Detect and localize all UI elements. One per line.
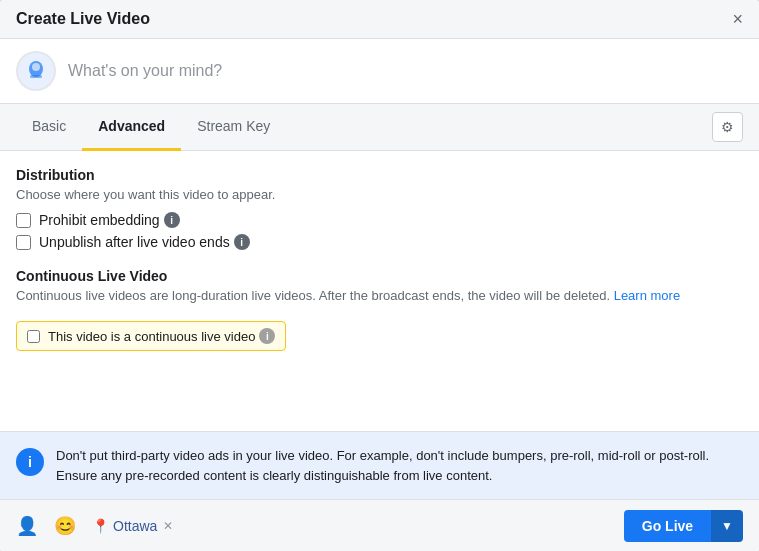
modal-title: Create Live Video (16, 10, 150, 28)
person-icon[interactable]: 👤 (16, 515, 38, 537)
go-live-button[interactable]: Go Live (624, 510, 711, 542)
tabs-row: Basic Advanced Stream Key ⚙ (0, 104, 759, 151)
emoji-icon[interactable]: 😊 (54, 515, 76, 537)
continuous-checkbox-container: This video is a continuous live video i (16, 321, 286, 351)
location-pin-icon: 📍 (92, 518, 109, 534)
tab-advanced[interactable]: Advanced (82, 104, 181, 151)
prohibit-embedding-row: Prohibit embedding i (16, 212, 743, 228)
settings-gear-button[interactable]: ⚙ (712, 112, 743, 142)
info-banner-text: Don't put third-party video ads in your … (56, 446, 743, 485)
continuous-info-icon[interactable]: i (259, 328, 275, 344)
continuous-description: Continuous live videos are long-duration… (16, 288, 743, 303)
info-banner-icon: i (16, 448, 44, 476)
user-area: What's on your mind? (0, 39, 759, 104)
unpublish-after-row: Unpublish after live video ends i (16, 234, 743, 250)
unpublish-after-checkbox[interactable] (16, 235, 31, 250)
continuous-checkbox-label: This video is a continuous live video (48, 329, 255, 344)
location-tag[interactable]: 📍 Ottawa ✕ (92, 518, 173, 534)
tab-stream-key[interactable]: Stream Key (181, 104, 286, 151)
prohibit-embedding-checkbox[interactable] (16, 213, 31, 228)
distribution-section: Distribution Choose where you want this … (16, 167, 743, 250)
go-live-dropdown-button[interactable]: ▼ (711, 510, 743, 542)
distribution-title: Distribution (16, 167, 743, 183)
close-button[interactable]: × (732, 10, 743, 28)
svg-point-2 (32, 63, 40, 71)
unpublish-after-info-icon[interactable]: i (234, 234, 250, 250)
learn-more-link[interactable]: Learn more (614, 288, 680, 303)
prohibit-embedding-info-icon[interactable]: i (164, 212, 180, 228)
gear-icon: ⚙ (721, 119, 734, 135)
continuous-title: Continuous Live Video (16, 268, 743, 284)
continuous-section: Continuous Live Video Continuous live vi… (16, 268, 743, 351)
whats-on-mind-placeholder[interactable]: What's on your mind? (68, 62, 222, 80)
svg-rect-3 (30, 75, 42, 78)
unpublish-after-label: Unpublish after live video ends (39, 234, 230, 250)
prohibit-embedding-label: Prohibit embedding (39, 212, 160, 228)
go-live-group: Go Live ▼ (624, 510, 743, 542)
continuous-description-text: Continuous live videos are long-duration… (16, 288, 610, 303)
modal-header: Create Live Video × (0, 0, 759, 39)
footer-icons: 👤 😊 📍 Ottawa ✕ (16, 515, 173, 537)
distribution-description: Choose where you want this video to appe… (16, 187, 743, 202)
footer: 👤 😊 📍 Ottawa ✕ Go Live ▼ (0, 499, 759, 551)
avatar (16, 51, 56, 91)
location-name: Ottawa (113, 518, 157, 534)
create-live-video-modal: Create Live Video × What's on your mind?… (0, 0, 759, 551)
advanced-tab-content: Distribution Choose where you want this … (0, 151, 759, 431)
continuous-checkbox[interactable] (27, 330, 40, 343)
tab-basic[interactable]: Basic (16, 104, 82, 151)
remove-location-button[interactable]: ✕ (163, 519, 173, 533)
info-banner: i Don't put third-party video ads in you… (0, 431, 759, 499)
